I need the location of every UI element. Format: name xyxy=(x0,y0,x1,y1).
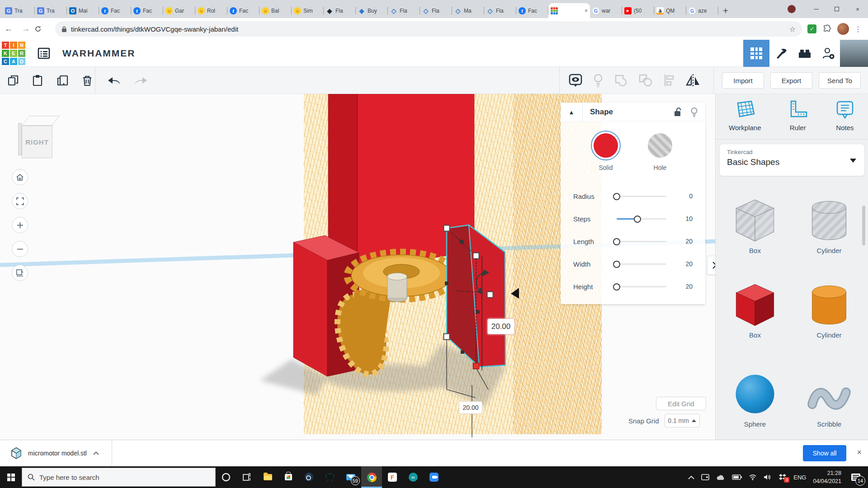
radius-slider[interactable] xyxy=(617,196,666,197)
redo-button[interactable] xyxy=(133,75,148,86)
solid-swatch[interactable] xyxy=(594,133,618,158)
zoom-out-button[interactable] xyxy=(12,241,28,257)
show-all-annotations-button[interactable] xyxy=(568,73,583,88)
slider-knob[interactable] xyxy=(613,238,620,245)
browser-tab[interactable]: Tra xyxy=(35,3,67,18)
window-close-button[interactable]: × xyxy=(847,0,868,18)
window-minimize-button[interactable] xyxy=(806,0,826,18)
workplane-drag-cone[interactable] xyxy=(511,288,519,299)
browser-menu-icon[interactable]: ⋮ xyxy=(854,25,862,33)
browser-tab[interactable]: QM xyxy=(654,3,686,18)
shape-library-dropdown[interactable]: Tinkercad Basic Shapes xyxy=(719,144,865,176)
copy-button[interactable] xyxy=(7,74,20,87)
mail-button[interactable]: 59 xyxy=(340,466,361,488)
group-button[interactable] xyxy=(613,73,628,88)
collapse-panel-button[interactable]: ▲ xyxy=(561,103,583,122)
switch-workplane-button[interactable] xyxy=(12,265,28,281)
browser-tab[interactable]: Fla xyxy=(420,3,452,18)
tinkercad-logo[interactable]: TINKERCAD xyxy=(2,42,25,65)
delete-button[interactable] xyxy=(81,74,93,87)
home-view-button[interactable] xyxy=(12,169,28,185)
browser-tab[interactable]: Buy xyxy=(356,3,388,18)
zoom-button[interactable] xyxy=(424,466,444,488)
length-slider[interactable] xyxy=(617,241,666,242)
user-avatar[interactable] xyxy=(840,40,868,67)
forward-button[interactable]: → xyxy=(17,24,34,34)
notes-tool[interactable]: Notes xyxy=(835,99,855,131)
slider-value[interactable]: 0 xyxy=(689,192,693,200)
paste-button[interactable] xyxy=(32,74,44,87)
taskbar-clock[interactable]: 21:28 04/04/2021 xyxy=(813,469,841,485)
mirror-button[interactable] xyxy=(685,73,701,88)
reload-button[interactable] xyxy=(34,25,52,33)
browser-tab[interactable]: (50 xyxy=(622,3,654,18)
extension-icon[interactable]: ✓ xyxy=(807,24,816,33)
fusion360-button[interactable]: F xyxy=(382,466,403,488)
back-button[interactable]: ← xyxy=(0,24,17,34)
chrome-button[interactable] xyxy=(361,466,382,488)
browser-tab[interactable]: Fla xyxy=(388,3,420,18)
new-tab-button[interactable]: + xyxy=(723,6,728,16)
browser-tab[interactable]: Bal xyxy=(259,3,292,18)
browser-tab[interactable]: Sim xyxy=(292,3,324,18)
hide-toggle-bulb-icon[interactable] xyxy=(690,107,698,117)
shape-tile-cylinder-solid[interactable]: Cylinder xyxy=(804,282,854,339)
blocks-view-button[interactable] xyxy=(743,40,769,67)
browser-tab[interactable]: Ma xyxy=(452,3,484,18)
volume-icon[interactable] xyxy=(764,474,772,480)
browser-tab[interactable]: Fac xyxy=(516,3,548,18)
tab-close-icon[interactable]: × xyxy=(585,8,588,14)
browser-tab[interactable]: Fac xyxy=(227,3,259,18)
slider-value[interactable]: 20 xyxy=(685,238,693,245)
light-view-button[interactable] xyxy=(592,73,604,88)
download-bar-close-icon[interactable]: × xyxy=(857,448,862,457)
lock-toggle-icon[interactable] xyxy=(674,107,682,117)
browser-profile-avatar[interactable] xyxy=(837,23,849,35)
language-indicator[interactable]: ENG xyxy=(793,474,806,481)
slider-knob[interactable] xyxy=(634,216,641,223)
onedrive-icon[interactable] xyxy=(716,474,725,480)
chevron-up-icon[interactable] xyxy=(93,451,99,455)
browser-tab[interactable]: Fla xyxy=(484,3,516,18)
active-corner-handle[interactable] xyxy=(473,363,479,369)
file-explorer-button[interactable] xyxy=(257,466,278,488)
url-field[interactable]: tinkercad.com/things/dtkWOGVCgqe-swanky-… xyxy=(55,21,802,37)
duplicate-button[interactable] xyxy=(56,74,70,87)
zoom-in-button[interactable] xyxy=(12,217,28,233)
browser-tab[interactable]: Fla xyxy=(324,3,356,18)
snap-grid-dropdown[interactable]: 0.1 mm xyxy=(665,414,700,427)
send-to-button[interactable]: Send To xyxy=(819,72,861,89)
predator-button[interactable] xyxy=(320,466,340,488)
browser-tab[interactable]: Tra xyxy=(3,3,35,18)
wifi-icon[interactable] xyxy=(749,474,757,480)
browser-tab[interactable]: Gar xyxy=(163,3,195,18)
undo-button[interactable] xyxy=(107,75,122,86)
share-invite-button[interactable] xyxy=(816,40,840,67)
browser-tab-active-tinkercad[interactable]: × xyxy=(548,3,590,18)
shape-tile-box-solid[interactable]: Box xyxy=(730,282,780,339)
cortana-button[interactable] xyxy=(216,466,236,488)
slider-knob[interactable] xyxy=(613,283,620,291)
edit-grid-button[interactable]: Edit Grid xyxy=(656,397,706,410)
sidebar-scrollbar[interactable] xyxy=(862,206,865,245)
shape-tile-cylinder-hole[interactable]: Cylinder xyxy=(804,197,854,254)
download-item[interactable]: micromotor model.stl xyxy=(0,440,108,466)
view-cube-front-face[interactable]: RIGHT xyxy=(22,126,52,158)
tray-display-icon[interactable] xyxy=(701,474,709,480)
search-input[interactable] xyxy=(39,474,189,481)
browser-tab[interactable]: Fac xyxy=(99,3,131,18)
workplane-tool[interactable]: Workplane xyxy=(729,99,761,131)
shape-tile-sphere[interactable]: Sphere xyxy=(730,371,780,428)
fit-view-button[interactable] xyxy=(12,193,28,209)
microsoft-store-button[interactable] xyxy=(278,466,299,488)
slider-value[interactable]: 20 xyxy=(685,260,693,267)
dimension-input-width[interactable]: 20.00 xyxy=(487,319,514,334)
extensions-puzzle-icon[interactable] xyxy=(823,24,832,33)
bookmark-star-icon[interactable]: ☆ xyxy=(789,25,796,33)
hole-swatch[interactable] xyxy=(648,133,672,158)
browser-tab[interactable]: Fac xyxy=(131,3,163,18)
view-cube-top-face[interactable] xyxy=(22,116,60,126)
window-maximize-button[interactable] xyxy=(826,0,847,18)
view-cube[interactable]: RIGHT xyxy=(18,112,63,160)
width-slider[interactable] xyxy=(617,263,666,265)
